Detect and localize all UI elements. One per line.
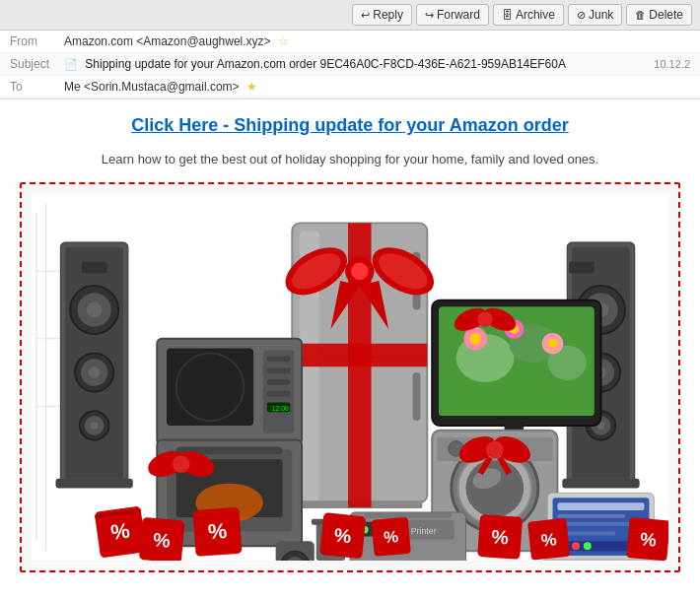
svg-point-16: [89, 366, 101, 378]
email-timestamp: 10.12.2: [654, 58, 690, 70]
subject-text: Shipping update for your Amazon.com orde…: [85, 57, 566, 71]
svg-text:Printer: Printer: [411, 526, 437, 536]
promo-image: 12:00: [32, 194, 668, 561]
svg-rect-34: [562, 479, 639, 489]
svg-point-76: [469, 333, 481, 345]
svg-text:%: %: [109, 519, 131, 545]
subject-row: Subject 📄 Shipping update for your Amazo…: [0, 53, 700, 76]
svg-point-68: [173, 455, 190, 473]
delete-label: Delete: [649, 8, 683, 22]
svg-rect-112: [365, 512, 452, 518]
svg-point-108: [572, 542, 580, 550]
microwave: 12:00: [157, 339, 302, 445]
svg-rect-58: [267, 391, 290, 397]
svg-point-48: [351, 262, 369, 280]
left-speaker: [55, 242, 132, 489]
svg-text:%: %: [333, 524, 353, 548]
email-body: Click Here - Shipping update for your Am…: [0, 100, 700, 572]
svg-point-80: [548, 339, 558, 349]
email-toolbar: ↩ Reply ↪ Forward 🗄 Archive ⊘ Junk 🗑 Del…: [0, 0, 700, 31]
archive-button[interactable]: 🗄 Archive: [493, 4, 564, 26]
svg-text:%: %: [540, 529, 558, 551]
reply-button[interactable]: ↩ Reply: [352, 4, 412, 26]
email-client: ↩ Reply ↪ Forward 🗄 Archive ⊘ Junk 🗑 Del…: [0, 0, 700, 599]
forward-label: Forward: [437, 8, 480, 22]
archive-label: Archive: [516, 8, 555, 22]
svg-rect-57: [267, 379, 290, 385]
from-value: Amazon.com <Amazon@aughwel.xyz> ☆: [64, 34, 690, 48]
svg-text:%: %: [491, 525, 510, 548]
email-header: From Amazon.com <Amazon@aughwel.xyz> ☆ S…: [0, 31, 700, 100]
small-speaker: [276, 541, 315, 561]
forward-button[interactable]: ↪ Forward: [416, 4, 489, 26]
svg-rect-110: [543, 559, 659, 561]
reply-icon: ↩: [361, 9, 370, 22]
subject-label: Subject: [10, 57, 64, 71]
from-address: Amazon.com <Amazon@aughwel.xyz>: [64, 34, 271, 48]
svg-point-13: [87, 302, 103, 318]
to-label: To: [10, 80, 64, 94]
svg-rect-38: [413, 372, 421, 421]
svg-point-19: [91, 422, 99, 430]
svg-rect-56: [267, 367, 290, 373]
junk-icon: ⊘: [577, 9, 586, 22]
from-label: From: [10, 34, 64, 48]
svg-text:%: %: [207, 519, 228, 544]
svg-rect-102: [557, 502, 644, 510]
tv: [432, 300, 600, 448]
svg-text:%: %: [153, 528, 172, 551]
svg-point-97: [486, 441, 504, 459]
svg-rect-21: [55, 479, 132, 489]
subject-value: 📄 Shipping update for your Amazon.com or…: [64, 57, 654, 71]
svg-rect-52: [167, 349, 253, 426]
star-icon: ☆: [278, 34, 289, 48]
svg-rect-104: [557, 522, 634, 526]
email-title-link[interactable]: Click Here - Shipping update for your Am…: [0, 100, 700, 146]
svg-rect-20: [82, 262, 106, 274]
promo-container: 12:00: [20, 182, 680, 572]
svg-point-109: [584, 542, 592, 550]
svg-text:12:00: 12:00: [272, 405, 289, 412]
junk-button[interactable]: ⊘ Junk: [568, 4, 622, 26]
to-star-icon: ★: [246, 80, 257, 94]
subject-icon: 📄: [64, 58, 78, 70]
svg-point-89: [465, 459, 524, 517]
archive-icon: 🗄: [502, 9, 513, 21]
to-address: Me <Sorin.Mustaca@gmail.com>: [64, 80, 240, 94]
svg-rect-55: [267, 356, 290, 362]
svg-rect-42: [292, 344, 427, 366]
delete-button[interactable]: 🗑 Delete: [626, 4, 692, 26]
junk-label: Junk: [589, 8, 613, 22]
to-value: Me <Sorin.Mustaca@gmail.com> ★: [64, 80, 690, 94]
forward-icon: ↪: [425, 9, 434, 22]
subtitle-text: Learn how to get the best out of holiday…: [0, 146, 700, 172]
to-row: To Me <Sorin.Mustaca@gmail.com> ★: [0, 76, 700, 99]
reply-label: Reply: [373, 8, 403, 22]
delete-icon: 🗑: [635, 9, 646, 21]
svg-text:%: %: [384, 527, 400, 547]
from-row: From Amazon.com <Amazon@aughwel.xyz> ☆: [0, 31, 700, 53]
svg-rect-103: [557, 514, 625, 518]
svg-text:%: %: [639, 528, 658, 550]
svg-rect-33: [569, 262, 594, 274]
svg-point-85: [477, 311, 493, 327]
